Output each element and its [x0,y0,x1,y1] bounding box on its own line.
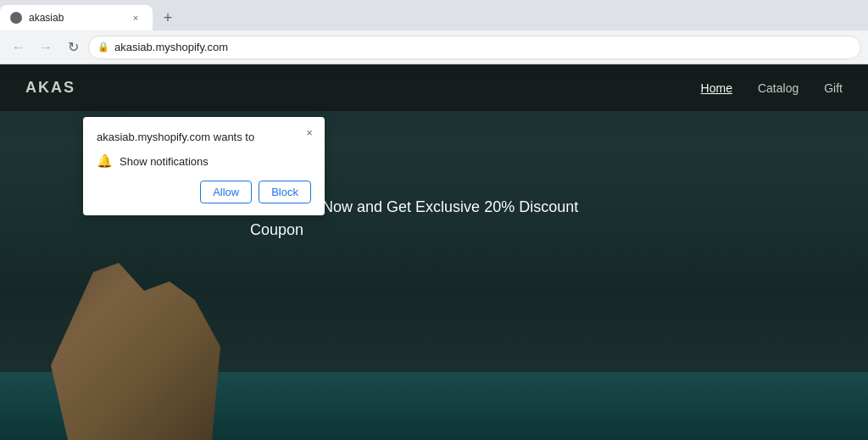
rock-image [51,253,220,440]
popup-notification-item: 🔔 Show notifications [97,153,311,169]
block-button[interactable]: Block [259,181,311,203]
reload-button[interactable]: ↻ [61,36,85,59]
notification-popup: × akasiab.myshopify.com wants to 🔔 Show … [83,117,325,215]
nav-gift[interactable]: Gift [824,81,843,95]
popup-title-site: akasiab.myshopify.com [97,131,210,143]
browser-chrome: akasiab × + ← → ↻ 🔒 akasiab.myshopify.co… [0,0,868,64]
new-tab-button[interactable]: + [156,6,180,30]
address-bar[interactable]: 🔒 akasiab.myshopify.com [88,36,861,59]
store-logo: AKAS [25,79,75,97]
promo-line2: Coupon [250,221,303,238]
store-navigation: Home Catalog Gift [701,81,843,95]
back-button[interactable]: ← [7,36,31,59]
popup-close-button[interactable]: × [301,124,318,141]
bell-icon: 🔔 [97,153,113,169]
tab-title: akasiab [29,12,122,24]
navigation-bar: ← → ↻ 🔒 akasiab.myshopify.com [0,31,868,64]
forward-button[interactable]: → [34,36,58,59]
page-content: AKAS Home Catalog Gift ↖ Subscribe Now a… [0,64,868,440]
nav-home[interactable]: Home [701,81,732,95]
page-background: AKAS Home Catalog Gift ↖ Subscribe Now a… [0,64,868,440]
popup-title-wants: wants to [210,131,254,143]
store-header: AKAS Home Catalog Gift [0,64,868,111]
popup-title: akasiab.myshopify.com wants to [97,131,311,143]
lock-icon: 🔒 [97,42,109,53]
allow-button[interactable]: Allow [200,181,252,203]
tab-close-button[interactable]: × [129,11,142,25]
popup-buttons: Allow Block [97,181,311,203]
nav-catalog[interactable]: Catalog [758,81,798,95]
popup-item-label: Show notifications [120,155,209,168]
tab-favicon [10,12,22,24]
active-tab: akasiab × [0,5,153,31]
url-text: akasiab.myshopify.com [114,41,228,53]
tab-bar: akasiab × + [0,0,868,31]
